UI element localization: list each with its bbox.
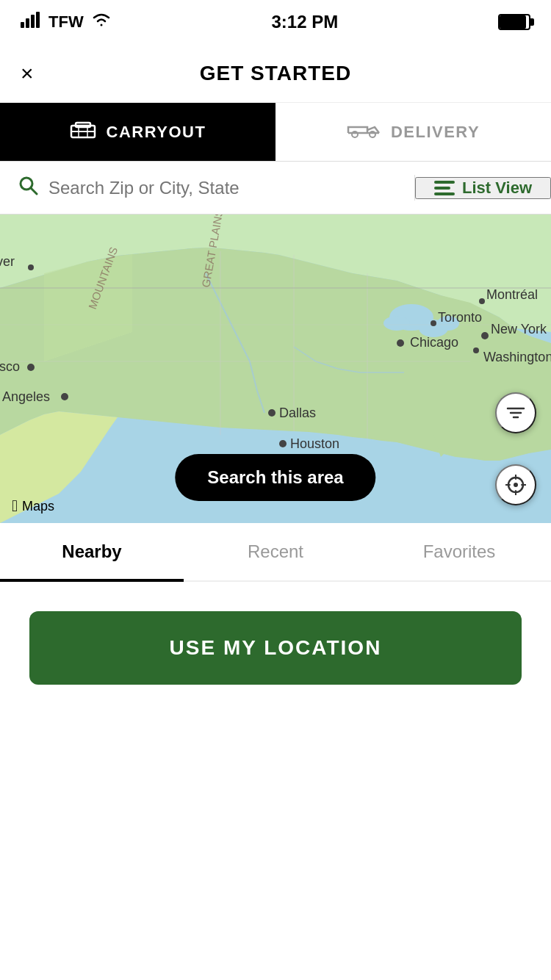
apple-maps-badge:  Maps — [12, 497, 54, 516]
list-view-label: List View — [462, 179, 532, 198]
battery-icon — [498, 14, 530, 30]
svg-point-34 — [268, 409, 276, 417]
delivery-icon — [347, 120, 381, 144]
signal-bars — [21, 12, 41, 32]
search-input[interactable] — [48, 178, 397, 198]
svg-point-32 — [479, 298, 485, 304]
map-filter-button[interactable] — [495, 392, 536, 433]
svg-rect-0 — [21, 22, 24, 28]
svg-text:isco: isco — [0, 359, 20, 374]
search-area-button[interactable]: Search this area — [175, 454, 375, 501]
location-section: USE MY LOCATION — [0, 582, 551, 714]
nearby-label: Nearby — [62, 541, 121, 562]
page-title: GET STARTED — [200, 62, 351, 85]
tab-carryout[interactable]: CARRYOUT — [0, 103, 276, 161]
battery-container — [498, 14, 530, 30]
tab-nearby[interactable]: Nearby — [0, 523, 184, 580]
delivery-label: DELIVERY — [391, 123, 480, 142]
svg-text:Chicago: Chicago — [410, 335, 458, 350]
svg-line-13 — [31, 188, 37, 194]
close-button[interactable]: × — [21, 61, 34, 86]
recent-label: Recent — [248, 541, 303, 562]
location-tabs: Nearby Recent Favorites — [0, 523, 551, 582]
map-container: Chicago New York Washington Toronto Mont… — [0, 215, 551, 523]
svg-point-18 — [383, 316, 410, 331]
carryout-label: CARRYOUT — [107, 123, 206, 142]
svg-point-24 — [397, 339, 404, 347]
svg-point-30 — [431, 320, 436, 326]
map-location-button[interactable] — [495, 464, 536, 505]
carryout-icon — [70, 120, 96, 144]
svg-rect-3 — [36, 12, 40, 28]
header: × GET STARTED — [0, 44, 551, 103]
svg-text:ver: ver — [0, 254, 15, 269]
svg-point-28 — [473, 347, 479, 353]
search-bar: List View — [0, 162, 551, 215]
status-time: 3:12 PM — [271, 12, 338, 32]
status-bar: TFW 3:12 PM — [0, 0, 551, 44]
svg-text:Dallas: Dallas — [279, 406, 316, 420]
svg-point-50 — [514, 483, 518, 487]
svg-text:New York: New York — [491, 322, 547, 336]
carrier-signal: TFW — [21, 12, 112, 32]
svg-point-40 — [27, 364, 35, 371]
svg-point-26 — [481, 332, 489, 339]
favorites-label: Favorites — [423, 541, 496, 562]
apple-icon:  — [12, 497, 18, 516]
tab-favorites[interactable]: Favorites — [367, 523, 551, 580]
search-icon — [18, 175, 38, 201]
svg-text:Washington: Washington — [483, 350, 551, 364]
svg-text:Montréal: Montréal — [486, 287, 538, 302]
bottom-content — [0, 714, 551, 934]
search-input-area[interactable] — [0, 175, 415, 201]
svg-text:s Angeles: s Angeles — [0, 389, 50, 404]
svg-point-38 — [61, 393, 68, 400]
tab-recent[interactable]: Recent — [184, 523, 367, 580]
list-view-button[interactable]: List View — [415, 177, 551, 199]
list-icon — [434, 181, 455, 195]
wifi-icon — [91, 12, 112, 32]
carrier-name: TFW — [48, 12, 84, 32]
maps-label: Maps — [22, 499, 54, 514]
svg-text:Houston: Houston — [290, 436, 339, 451]
svg-rect-1 — [26, 18, 29, 28]
svg-point-42 — [28, 264, 34, 270]
svg-rect-2 — [31, 15, 35, 28]
svg-point-36 — [279, 440, 287, 447]
use-location-button[interactable]: USE MY LOCATION — [29, 611, 522, 685]
order-type-tabs: CARRYOUT DELIVERY — [0, 103, 551, 162]
svg-text:Toronto: Toronto — [438, 310, 482, 325]
tab-delivery[interactable]: DELIVERY — [276, 103, 551, 161]
